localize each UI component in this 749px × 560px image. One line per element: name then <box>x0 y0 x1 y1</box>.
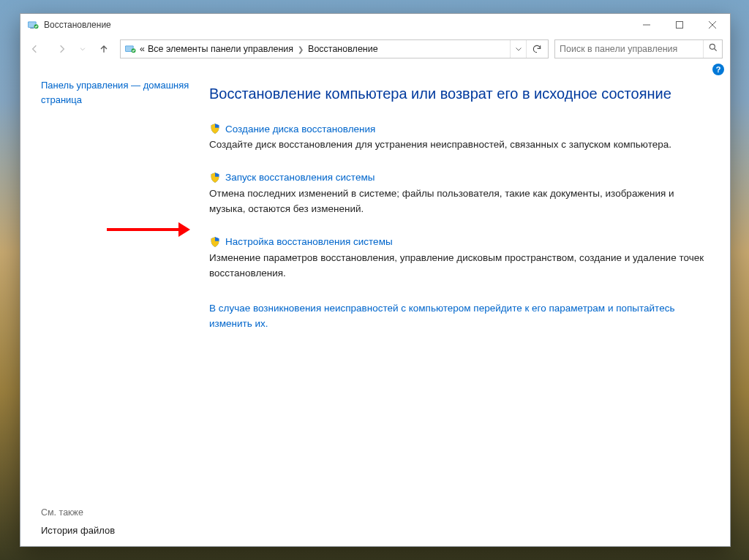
uac-shield-icon <box>209 236 221 248</box>
configure-system-restore-link[interactable]: Настройка восстановления системы <box>225 236 393 247</box>
sidebar: Панель управления — домашняя страница См… <box>20 62 209 546</box>
search-box[interactable] <box>554 39 723 58</box>
search-icon <box>708 42 718 56</box>
open-system-restore-link[interactable]: Запуск восстановления системы <box>225 172 374 183</box>
breadcrumb-path: « Все элементы панели управления ❯ Восст… <box>140 44 510 54</box>
content-area: Панель управления — домашняя страница См… <box>20 62 730 546</box>
search-button[interactable] <box>703 40 722 58</box>
option-system-restore: Запуск восстановления системы Отмена пос… <box>209 172 712 217</box>
create-recovery-drive-desc: Создайте диск восстановления для устране… <box>209 137 707 153</box>
minimize-button[interactable] <box>630 15 663 35</box>
chevron-right-icon: ❯ <box>293 45 308 53</box>
nav-recent-dropdown[interactable] <box>78 39 88 59</box>
control-panel-icon <box>26 18 39 31</box>
main-panel: ? Восстановление компьютера или возврат … <box>209 62 730 546</box>
page-heading: Восстановление компьютера или возврат ег… <box>209 86 712 102</box>
svg-point-8 <box>710 44 715 49</box>
maximize-button[interactable] <box>663 15 696 35</box>
svg-rect-2 <box>30 28 34 29</box>
uac-shield-icon <box>209 123 221 135</box>
option-configure-restore: Настройка восстановления системы Изменен… <box>209 236 712 281</box>
refresh-button[interactable] <box>526 40 546 58</box>
explorer-nav-row: « Все элементы панели управления ❯ Восст… <box>20 36 730 62</box>
option-create-recovery-drive: Создание диска восстановления Создайте д… <box>209 123 712 153</box>
nav-forward-button[interactable] <box>51 39 72 59</box>
search-input[interactable] <box>555 44 703 54</box>
breadcrumb-current[interactable]: Восстановление <box>308 44 378 54</box>
help-icon[interactable]: ? <box>712 64 724 75</box>
pc-settings-troubleshoot-link[interactable]: В случае возникновения неисправностей с … <box>209 300 677 332</box>
close-button[interactable] <box>696 15 729 35</box>
window-titlebar: Восстановление <box>20 14 730 36</box>
nav-up-button[interactable] <box>94 39 114 59</box>
control-panel-breadcrumb-icon <box>124 42 137 56</box>
recovery-window: Восстановление « Все элементы панели упр… <box>20 13 731 547</box>
svg-rect-4 <box>676 22 682 29</box>
nav-back-button[interactable] <box>25 39 45 59</box>
window-title: Восстановление <box>44 20 630 30</box>
file-history-link[interactable]: История файлов <box>41 525 200 536</box>
address-dropdown-button[interactable] <box>510 40 526 58</box>
breadcrumb-prefix: « <box>140 44 145 54</box>
breadcrumb-parent[interactable]: Все элементы панели управления <box>148 44 293 54</box>
configure-system-restore-desc: Изменение параметров восстановления, упр… <box>209 251 707 281</box>
see-also-heading: См. также <box>41 507 200 518</box>
address-bar[interactable]: « Все элементы панели управления ❯ Восст… <box>120 39 549 58</box>
create-recovery-drive-link[interactable]: Создание диска восстановления <box>225 124 375 135</box>
control-panel-home-link[interactable]: Панель управления — домашняя страница <box>41 78 200 107</box>
uac-shield-icon <box>209 172 221 183</box>
open-system-restore-desc: Отмена последних изменений в системе; фа… <box>209 186 707 217</box>
